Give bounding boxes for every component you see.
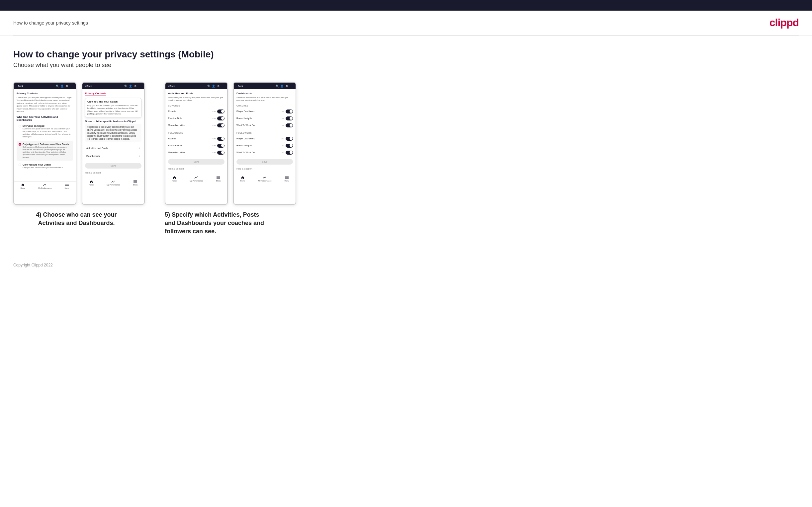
nav-performance-1[interactable]: My Performance	[38, 183, 51, 189]
more-icon-2[interactable]: ⋯	[138, 84, 142, 88]
search-icon-2[interactable]: 🔍	[124, 84, 128, 88]
settings-icon-3[interactable]: ⚙	[216, 84, 220, 88]
popover-desc: Only you and the coaches you connect wit…	[87, 104, 139, 115]
home-icon-3	[172, 176, 177, 179]
breadcrumb: How to change your privacy settings	[13, 20, 88, 25]
settings-icon-2[interactable]: ⚙	[134, 84, 137, 88]
phones-row-right: ‹ Back 🔍 👤 ⚙ ⋯ Activities and Posts Sele…	[165, 82, 296, 205]
save-btn-4[interactable]: Save	[237, 159, 293, 165]
toggle-playerdash-coach-right: ON	[281, 110, 293, 113]
popover-title: Only You and Your Coach	[87, 100, 139, 103]
toggle-rounds-follower-switch[interactable]	[217, 137, 224, 141]
search-icon-4[interactable]: 🔍	[276, 84, 279, 88]
settings-icon-4[interactable]: ⚙	[285, 84, 288, 88]
main-content: How to change your privacy settings (Mob…	[0, 36, 465, 256]
toggle-roundinsights-coach[interactable]: Round Insights ON	[237, 115, 293, 122]
screen2-bottom-nav: Home My Performance Menu	[82, 178, 144, 187]
radio-everyone-circle	[18, 125, 21, 127]
screen2-topbar: ‹ Back 🔍 👤 ⚙ ⋯	[82, 82, 144, 89]
nav-menu-1[interactable]: Menu	[64, 183, 69, 189]
screen1-bottom-nav: Home My Performance	[14, 181, 76, 190]
phones-row-left: ‹ Back 🔍 👤 ⚙ ⋯ Privacy Controls Control …	[13, 82, 145, 205]
home-icon-2	[89, 180, 94, 183]
toggle-manual-follower[interactable]: Manual Activities ON	[168, 149, 224, 156]
toggle-manual-coach-switch[interactable]	[217, 123, 224, 127]
screen4-back-btn[interactable]: ‹ Back	[237, 85, 243, 87]
menu-activities[interactable]: Activities and Posts ›	[85, 144, 142, 152]
followers-title-4: FOLLOWERS	[237, 132, 293, 134]
profile-icon-2[interactable]: 👤	[129, 84, 132, 88]
menu-dashboards[interactable]: Dashboards ›	[85, 152, 142, 160]
search-icon[interactable]: 🔍	[56, 84, 59, 88]
radio-everyone[interactable]: Everyone on Clippd Everyone on Clippd ca…	[16, 123, 73, 140]
performance-icon-3	[194, 176, 199, 179]
toggle-drills-follower[interactable]: Practice Drills ON	[168, 143, 224, 149]
toggle-manual-follower-switch[interactable]	[217, 151, 224, 155]
toggle-playerdash-follower[interactable]: Player Dashboard ON	[237, 135, 293, 143]
screen3-icons: 🔍 👤 ⚙ ⋯	[207, 84, 224, 88]
settings-icon[interactable]: ⚙	[65, 84, 68, 88]
toggle-playerdash-follower-right: ON	[281, 137, 293, 141]
screen1-who-title: Who Can See Your Activities and Dashboar…	[16, 115, 73, 121]
show-hide-title: Show or hide specific features in Clippd	[85, 120, 142, 123]
toggle-drills-coach[interactable]: Practice Drills ON	[168, 115, 224, 122]
screen3-back-btn[interactable]: ‹ Back	[168, 85, 175, 87]
toggle-rounds-coach[interactable]: Rounds ON	[168, 108, 224, 115]
profile-icon[interactable]: 👤	[60, 84, 64, 88]
home-icon-1	[20, 183, 25, 186]
nav-performance-4[interactable]: My Performance	[258, 176, 271, 182]
screen2-icons: 🔍 👤 ⚙ ⋯	[124, 84, 142, 88]
toggle-rounds-follower[interactable]: Rounds ON	[168, 135, 224, 143]
toggle-manual-coach[interactable]: Manual Activities ON	[168, 122, 224, 129]
toggle-drills-coach-switch[interactable]	[217, 116, 224, 120]
screenshots-section: ‹ Back 🔍 👤 ⚙ ⋯ Privacy Controls Control …	[13, 82, 452, 236]
save-btn-2[interactable]: Save	[85, 163, 142, 169]
more-icon[interactable]: ⋯	[70, 84, 73, 88]
toggle-playerdash-coach[interactable]: Player Dashboard ON	[237, 108, 293, 115]
nav-home-4[interactable]: Home	[240, 176, 245, 182]
screen2-back-btn[interactable]: ‹ Back	[85, 85, 92, 87]
screen3-title: Activities and Posts	[168, 92, 224, 95]
screen4-topbar: ‹ Back 🔍 👤 ⚙ ⋯	[234, 82, 296, 89]
save-btn-3[interactable]: Save	[168, 159, 224, 165]
nav-home-2[interactable]: Home	[89, 180, 94, 186]
nav-performance-2[interactable]: My Performance	[107, 180, 120, 186]
page-title: How to change your privacy settings (Mob…	[13, 49, 452, 60]
screen1-back-btn[interactable]: ‹ Back	[16, 85, 23, 87]
nav-menu-3[interactable]: Menu	[216, 176, 220, 182]
toggle-whattowork-coach-switch[interactable]	[286, 123, 293, 127]
search-icon-3[interactable]: 🔍	[207, 84, 211, 88]
radio-everyone-text: Everyone on Clippd Everyone on Clippd ca…	[22, 124, 71, 138]
toggle-whattowork-follower-right: ON	[281, 151, 293, 155]
nav-menu-2[interactable]: Menu	[133, 180, 138, 186]
radio-approved[interactable]: Only Approved Followers and Your Coach O…	[16, 141, 73, 161]
followers-title-3: FOLLOWERS	[168, 132, 224, 134]
screen4-content: Dashboards Select the dashboards that yo…	[234, 89, 296, 174]
toggle-roundinsights-coach-switch[interactable]	[286, 116, 293, 120]
toggle-whattowork-follower-switch[interactable]	[286, 151, 293, 155]
popover: Only You and Your Coach Only you and the…	[85, 98, 142, 118]
profile-icon-4[interactable]: 👤	[280, 84, 284, 88]
toggle-rounds-coach-switch[interactable]	[217, 110, 224, 113]
menu-icon-4	[284, 176, 289, 179]
toggle-playerdash-coach-switch[interactable]	[286, 110, 293, 113]
radio-only-you-circle	[18, 164, 21, 166]
toggle-drills-coach-right: ON	[212, 116, 224, 120]
toggle-roundinsights-follower[interactable]: Round Insights ON	[237, 143, 293, 149]
toggle-whattowork-coach[interactable]: What To Work On ON	[237, 122, 293, 129]
toggle-drills-follower-switch[interactable]	[217, 144, 224, 148]
nav-home-1[interactable]: Home	[20, 183, 25, 189]
toggle-whattowork-follower[interactable]: What To Work On ON	[237, 149, 293, 156]
nav-home-3[interactable]: Home	[172, 176, 177, 182]
radio-only-you[interactable]: Only You and Your Coach Only you and the…	[16, 162, 73, 171]
toggle-drills-follower-right: ON	[212, 144, 224, 148]
more-icon-3[interactable]: ⋯	[221, 84, 224, 88]
profile-icon-3[interactable]: 👤	[212, 84, 215, 88]
nav-menu-4[interactable]: Menu	[284, 176, 289, 182]
screen1-topbar: ‹ Back 🔍 👤 ⚙ ⋯	[14, 82, 76, 89]
toggle-playerdash-follower-switch[interactable]	[286, 137, 293, 141]
nav-performance-3[interactable]: My Performance	[190, 176, 203, 182]
more-icon-4[interactable]: ⋯	[290, 84, 293, 88]
copyright: Copyright Clippd 2022	[13, 263, 53, 268]
toggle-roundinsights-follower-switch[interactable]	[286, 144, 293, 148]
